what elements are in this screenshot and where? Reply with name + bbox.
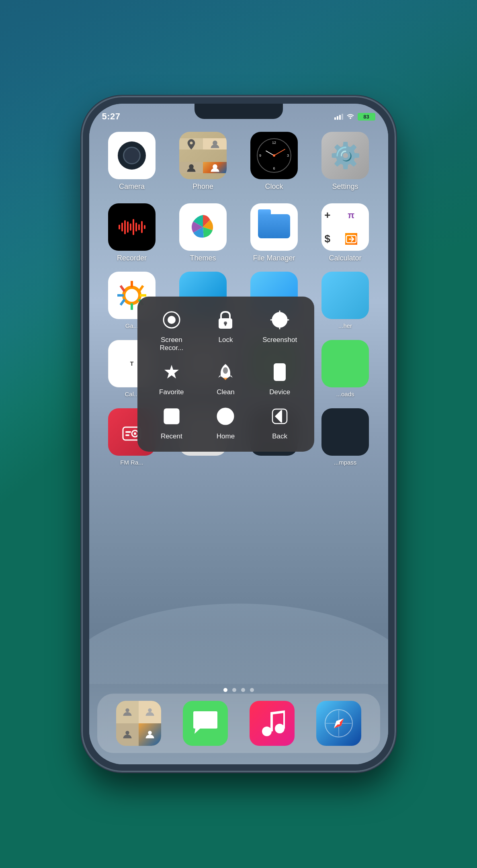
app-item-other[interactable]: ...her	[312, 272, 379, 329]
clean-rocket-icon	[213, 360, 237, 384]
svg-rect-18	[125, 434, 129, 436]
page-dot-3	[241, 688, 245, 692]
filemanager-icon	[250, 203, 298, 251]
quick-action-device[interactable]: Device	[257, 360, 303, 396]
app-item-camera[interactable]: Camera	[99, 132, 165, 191]
dock-messages-icon	[183, 701, 228, 746]
app-item-themes[interactable]: Themes	[170, 203, 236, 262]
app-item-row4-4[interactable]: ...oads	[312, 340, 379, 397]
svg-point-33	[276, 317, 283, 323]
screenshot-label: Screenshot	[262, 336, 297, 344]
dock-contacts-icon	[116, 701, 161, 746]
svg-rect-31	[225, 323, 226, 326]
home-circle-icon	[213, 404, 237, 428]
other-icon	[321, 272, 369, 319]
svg-rect-17	[125, 431, 131, 433]
app-row2: Recorder Themes	[99, 203, 379, 262]
dock-safari-icon	[316, 701, 361, 746]
quick-action-screenshot[interactable]: Screenshot	[257, 308, 303, 352]
favorite-label: Favorite	[159, 388, 184, 396]
page-dots	[89, 688, 388, 692]
quick-action-home[interactable]: Home	[203, 404, 249, 440]
recent-label: Recent	[161, 432, 182, 440]
svg-line-10	[121, 299, 125, 305]
svg-point-34	[223, 367, 228, 374]
clock-center	[273, 154, 275, 157]
calculator-label: Calculator	[329, 254, 361, 262]
svg-point-16	[134, 432, 136, 435]
back-label: Back	[272, 432, 287, 440]
dock-app-contacts[interactable]	[116, 701, 161, 746]
phone-icon	[179, 132, 227, 179]
app-item-filemanager[interactable]: File Manager	[241, 203, 307, 262]
screen-record-label: Screen Recor...	[149, 336, 195, 352]
lock-label: Lock	[219, 336, 233, 344]
quick-action-recent[interactable]: Recent	[149, 404, 195, 440]
phone-frame: 5:27 83	[82, 96, 395, 772]
app-item-clock[interactable]: 12 3 6 9 Clock	[241, 132, 307, 191]
notch	[194, 104, 283, 119]
battery-icon: 83	[358, 113, 375, 121]
clock-icon: 12 3 6 9	[250, 132, 298, 179]
app-item-calculator[interactable]: + π $ Calculator	[312, 203, 379, 262]
compass-label: ...mpass	[334, 459, 357, 466]
other-label: ...her	[338, 322, 352, 329]
themes-label: Themes	[190, 254, 216, 262]
page-dot-4	[250, 688, 254, 692]
recorder-wave	[119, 217, 145, 237]
signal-bar-2	[337, 116, 338, 120]
app-item-settings[interactable]: ⚙️ Settings	[312, 132, 379, 191]
signal-icon	[334, 113, 343, 120]
clock-face: 12 3 6 9	[257, 138, 291, 173]
home-label: Home	[217, 432, 235, 440]
svg-line-12	[121, 286, 125, 291]
screen-record-icon	[160, 308, 184, 332]
gear-icon: ⚙️	[330, 141, 361, 170]
svg-point-45	[148, 731, 151, 735]
page-dot-2	[232, 688, 236, 692]
svg-point-46	[262, 727, 272, 736]
svg-point-42	[125, 708, 129, 712]
svg-line-6	[139, 286, 143, 291]
camera-lens	[123, 147, 141, 164]
lock-icon	[213, 308, 237, 332]
status-icons: 83	[334, 113, 375, 121]
phone-q1	[179, 138, 203, 149]
signal-bar-3	[339, 115, 341, 120]
camera-label: Camera	[119, 182, 145, 191]
back-arrow-icon	[268, 404, 292, 428]
svg-point-47	[275, 724, 285, 733]
svg-point-40	[221, 412, 229, 420]
quick-action-favorite[interactable]: Favorite	[149, 360, 195, 396]
svg-point-44	[125, 731, 129, 735]
folder-body	[258, 214, 290, 238]
app-item-phone[interactable]: Phone	[170, 132, 236, 191]
themes-pinwheel	[188, 213, 217, 242]
dock-app-music[interactable]	[250, 701, 295, 746]
favorite-star-icon	[160, 360, 184, 384]
clock-label: Clock	[265, 182, 283, 191]
quick-action-clean[interactable]: Clean	[203, 360, 249, 396]
signal-bar-1	[334, 117, 336, 120]
app-item-compass[interactable]: ...mpass	[312, 408, 379, 466]
dock-app-safari[interactable]	[316, 701, 361, 746]
phone-screen: 5:27 83	[89, 104, 388, 764]
quick-action-lock[interactable]: Lock	[203, 308, 249, 352]
settings-icon: ⚙️	[321, 132, 369, 179]
folder-tab	[258, 209, 271, 215]
compass-icon	[321, 408, 369, 456]
dock-app-messages[interactable]	[183, 701, 228, 746]
phone-label: Phone	[192, 182, 213, 191]
device-label: Device	[269, 388, 290, 396]
quick-action-back[interactable]: Back	[257, 404, 303, 440]
phone-q4	[203, 162, 227, 173]
camera-icon	[108, 132, 156, 179]
page-dot-1	[223, 688, 227, 692]
svg-rect-38	[164, 408, 179, 424]
screenshot-icon	[268, 308, 292, 332]
app-item-recorder[interactable]: Recorder	[99, 203, 165, 262]
signal-bar-4	[342, 114, 343, 120]
quick-actions-modal: Screen Recor... Lock	[137, 297, 314, 452]
quick-action-screen-record[interactable]: Screen Recor...	[149, 308, 195, 352]
fmradio-label: FM Ra...	[120, 459, 143, 466]
